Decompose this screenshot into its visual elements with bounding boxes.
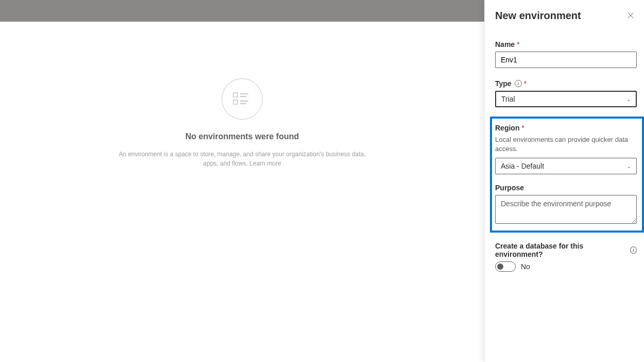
purpose-field: Purpose <box>495 184 637 225</box>
main-content-area: No environments were found An environmen… <box>0 22 484 362</box>
empty-state-description: An environment is a space to store, mana… <box>118 150 366 168</box>
list-empty-icon <box>222 78 263 120</box>
database-toggle-value: No <box>521 262 530 271</box>
svg-rect-3 <box>233 100 238 104</box>
required-mark: * <box>524 79 527 88</box>
required-mark: * <box>521 124 524 132</box>
close-panel-button[interactable] <box>624 9 637 22</box>
type-field: Type i * Trial ⌄ <box>495 79 637 107</box>
database-field: Create a database for this environment? … <box>495 242 637 272</box>
database-toggle[interactable] <box>495 261 516 272</box>
toggle-knob <box>497 264 503 270</box>
panel-header: New environment <box>495 9 637 22</box>
database-toggle-row: No <box>495 261 637 272</box>
highlight-region: Region * Local environments can provide … <box>490 117 644 233</box>
empty-state-title: No environments were found <box>0 132 484 141</box>
purpose-textarea[interactable] <box>495 195 637 224</box>
panel-title: New environment <box>495 10 581 22</box>
empty-state: No environments were found An environmen… <box>0 22 484 362</box>
name-label: Name * <box>495 40 637 48</box>
type-label: Type i * <box>495 79 637 88</box>
top-header-bar <box>0 0 484 22</box>
name-input[interactable] <box>495 52 637 68</box>
learn-more-link[interactable]: Learn more <box>249 160 281 167</box>
name-field: Name * <box>495 40 637 68</box>
required-mark: * <box>517 40 519 48</box>
database-label: Create a database for this environment? … <box>495 242 637 258</box>
chevron-down-icon: ⌄ <box>627 163 631 169</box>
type-select[interactable]: Trial ⌄ <box>495 91 637 107</box>
region-help-text: Local environments can provide quicker d… <box>495 135 637 154</box>
region-label: Region * <box>495 124 637 132</box>
info-icon[interactable]: i <box>630 246 637 254</box>
new-environment-panel: New environment Name * Type i * Trial ⌄ <box>484 0 644 362</box>
svg-rect-0 <box>233 93 238 97</box>
info-icon[interactable]: i <box>515 80 522 87</box>
purpose-label: Purpose <box>495 184 637 192</box>
chevron-down-icon: ⌄ <box>626 96 631 102</box>
region-select[interactable]: Asia - Default ⌄ <box>495 158 637 174</box>
close-icon <box>628 12 634 19</box>
region-field: Region * Local environments can provide … <box>495 124 637 174</box>
